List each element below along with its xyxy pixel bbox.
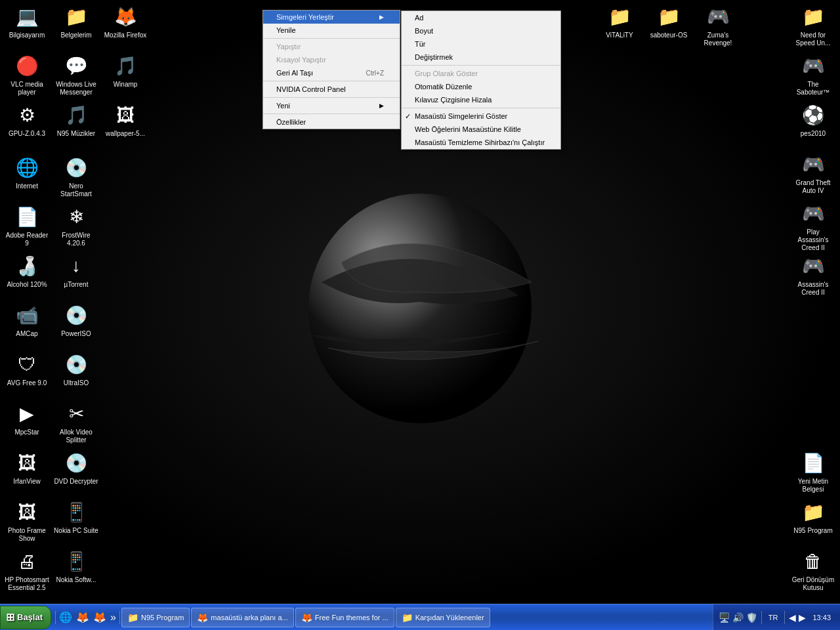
- icon-image: 📁: [800, 499, 826, 525]
- submenu-degistir[interactable]: Değiştirmek: [402, 51, 560, 64]
- desktop-icon-amcap[interactable]: 📹 AMCap: [3, 302, 51, 339]
- icon-label: Zuma's Revenge!: [694, 31, 742, 48]
- menu-geri-al[interactable]: Geri Al Taşı Ctrl+Z: [263, 66, 400, 79]
- desktop-icon-right-play-assassins-creed-ii[interactable]: 🎮 Play Assassin's Creed II: [789, 200, 837, 253]
- menu-yeni[interactable]: Yeni: [263, 99, 400, 112]
- submenu-temizle[interactable]: Masaüstü Temizleme Sihirbazı'nı Çalıştır: [402, 136, 560, 149]
- desktop-icon-right-the-saboteur[interactable]: 🎮 The Saboteur™: [789, 52, 837, 97]
- desktop-icon-right-pes2010[interactable]: ⚽ pes2010: [789, 102, 837, 138]
- desktop-icon-right-yeni-metin-belgesi[interactable]: 📄 Yeni Metin Belgesi: [789, 450, 837, 494]
- icon-image: 📱: [63, 499, 89, 525]
- submenu-web-kilitle[interactable]: Web Öğelerini Masaüstüne Kilitle: [402, 123, 560, 136]
- menu-nvidia[interactable]: NVIDIA Control Panel: [263, 83, 400, 96]
- desktop-icon-poweriso[interactable]: 💿 PowerISO: [52, 302, 100, 339]
- desktop-icon-nokia-softw[interactable]: 📱 Nokia Softw...: [52, 548, 100, 585]
- desktop-icon-alcohol-120[interactable]: 🍶 Alcohol 120%: [3, 253, 51, 289]
- desktop-icon-adobe-reader-9[interactable]: 📄 Adobe Reader 9: [3, 203, 51, 248]
- taskbar-icon-karsidan: 📁: [402, 612, 413, 623]
- taskbar-label-n95: N95 Program: [141, 614, 184, 621]
- desktop-icon-belgelerim[interactable]: 📁 Belgelerim: [52, 3, 100, 40]
- taskbar-item-n95[interactable]: 📁 N95 Program: [121, 608, 190, 627]
- icon-label: PowerISO: [60, 329, 93, 339]
- desktop: 💻 Bilgisayarım 🔴 VLC media player ⚙ GPU-…: [0, 0, 840, 604]
- desktop-icon-bilgisayarm[interactable]: 💻 Bilgisayarım: [3, 3, 51, 40]
- desktop-icon-right-saboteur-os[interactable]: 📁 saboteur-OS: [645, 3, 692, 40]
- desktop-icon-right-geri-dnm-kutusu[interactable]: 🗑 Geri Dönüşüm Kutusu: [789, 548, 837, 593]
- icon-label: N95 Müzikler: [56, 129, 96, 138]
- submenu-boyut[interactable]: Boyut: [402, 24, 560, 37]
- quicklaunch-ie[interactable]: 🌐: [59, 611, 72, 623]
- desktop-icon-gpu-z043[interactable]: ⚙ GPU-Z.0.4.3: [3, 102, 51, 138]
- icon-label: Geri Dönüşüm Kutusu: [789, 576, 837, 593]
- menu-separator-1: [263, 38, 400, 39]
- submenu-masaustu-simge[interactable]: Masaüstü Simgelerini Göster: [402, 110, 560, 123]
- submenu-ad[interactable]: Ad: [402, 11, 560, 24]
- icon-image: 🦊: [112, 3, 138, 30]
- menu-yenile[interactable]: Yenile: [263, 24, 400, 37]
- desktop-icon-n95-mzikler[interactable]: 🎵 N95 Müzikler: [52, 102, 100, 138]
- icon-image: 💿: [63, 351, 89, 377]
- icon-image: ⚽: [800, 102, 826, 128]
- desktop-icon-photo-frame-show[interactable]: 🖼 Photo Frame Show: [3, 499, 51, 543]
- menu-separator-4: [263, 114, 400, 114]
- desktop-icon-hp-photosmart-essential-25[interactable]: 🖨 HP Photosmart Essential 2.5: [3, 548, 51, 593]
- icon-image: 💻: [14, 3, 40, 30]
- desktop-icon-allok-video-splitter[interactable]: ✂ Allok Video Splitter: [52, 400, 100, 445]
- icon-label: Winamp: [112, 80, 139, 89]
- icon-image: 🛡: [14, 351, 40, 377]
- start-button[interactable]: ⊞ Başlat: [0, 606, 51, 629]
- desktop-icon-right-need-for-speed-un[interactable]: 📁 Need for Speed Un...: [789, 3, 837, 48]
- submenu-kilavuz[interactable]: Kılavuz Çizgisine Hizala: [402, 93, 560, 106]
- desktop-icon-ultraiso[interactable]: 💿 UltraISO: [52, 351, 100, 388]
- taskbar-items: 📁 N95 Program 🦊 masaüstü arka planı a...…: [121, 604, 713, 630]
- icon-label: Bilgisayarım: [8, 31, 46, 40]
- menu-ozellikler[interactable]: Özellikler: [263, 116, 400, 129]
- quicklaunch-arrows[interactable]: »: [110, 612, 116, 623]
- submenu-grup: Grup Olarak Göster: [402, 67, 560, 80]
- icon-label: VLC media player: [3, 80, 51, 97]
- taskbar-item-karsidan[interactable]: 📁 Karşıdan Yüklenenler: [396, 608, 490, 627]
- tray-security[interactable]: 🛡️: [746, 612, 757, 623]
- desktop-icon-windows-live-messenger[interactable]: 💬 Windows Live Messenger: [52, 52, 100, 97]
- menu-simgeler-yerles[interactable]: Simgeleri Yerleştir: [263, 10, 400, 24]
- taskbar-item-masaustu[interactable]: 🦊 masaüstü arka planı a...: [191, 608, 293, 627]
- desktop-icon-right-n95-program[interactable]: 📁 N95 Program: [789, 499, 837, 536]
- icon-label: Internet: [14, 182, 39, 191]
- tray-arrow-right[interactable]: ▶: [799, 612, 806, 623]
- tray-sound[interactable]: 🔊: [732, 612, 744, 623]
- desktop-icon-mpcstar[interactable]: ▶ MpcStar: [3, 400, 51, 437]
- tray-network[interactable]: 🖥️: [719, 612, 730, 623]
- desktop-icon-winamp[interactable]: 🎵 Winamp: [102, 52, 149, 89]
- desktop-icon-nero-startsmart[interactable]: 💿 Nero StartSmart: [52, 154, 100, 199]
- desktop-icon-nokia-pc-suite[interactable]: 📱 Nokia PC Suite: [52, 499, 100, 536]
- desktop-icon-dvd-decrypter[interactable]: 💿 DVD Decrypter: [52, 450, 100, 486]
- quicklaunch-firefox2[interactable]: 🦊: [93, 611, 106, 623]
- icon-label: wallpaper-5...: [104, 129, 146, 138]
- clock[interactable]: 13:43: [808, 614, 835, 621]
- context-menu: Simgeleri Yerleştir Yenile Yapıştır Kısa…: [262, 10, 400, 129]
- desktop-icon-right-assassins-creed-ii[interactable]: 🎮 Assassin's Creed II: [789, 253, 837, 297]
- taskbar-item-freefun[interactable]: 🦊 Free Fun themes for ...: [295, 608, 394, 627]
- desktop-icon-right-vitality[interactable]: 📁 ViTALiTY: [596, 3, 643, 40]
- desktop-icon-internet[interactable]: 🌐 Internet: [3, 154, 51, 191]
- icon-image: 🎵: [63, 102, 89, 128]
- quicklaunch-firefox[interactable]: 🦊: [76, 611, 89, 623]
- desktop-icon-right-zumas-revenge[interactable]: 🎮 Zuma's Revenge!: [694, 3, 742, 48]
- desktop-icon-wallpaper-5[interactable]: 🖼 wallpaper-5...: [102, 102, 149, 138]
- icon-label: MpcStar: [13, 428, 40, 437]
- desktop-icon-right-grand-theft-auto-iv[interactable]: 🎮 Grand Theft Auto IV: [789, 151, 837, 196]
- menu-yapistir: Yapıştır: [263, 40, 400, 53]
- desktop-icon-avg-free-90[interactable]: 🛡 AVG Free 9.0: [3, 351, 51, 388]
- submenu-otomatik[interactable]: Otomatik Düzenle: [402, 80, 560, 93]
- desktop-icon-torrent[interactable]: ↓ µTorrent: [52, 253, 100, 289]
- icon-image: 📄: [800, 450, 826, 476]
- language-indicator[interactable]: TR: [766, 614, 781, 621]
- desktop-icon-irfanview[interactable]: 🖼 IrfanView: [3, 450, 51, 486]
- desktop-icon-vlc-media-player[interactable]: 🔴 VLC media player: [3, 52, 51, 97]
- icon-image: 🖼: [14, 499, 40, 525]
- tray-arrow-left[interactable]: ◀: [789, 612, 796, 623]
- submenu-tur[interactable]: Tür: [402, 37, 560, 51]
- desktop-icon-frostwire-4206[interactable]: ❄ FrostWire 4.20.6: [52, 203, 100, 248]
- icon-image: 🔴: [14, 52, 40, 79]
- desktop-icon-mozilla-firefox[interactable]: 🦊 Mozilla Firefox: [102, 3, 149, 40]
